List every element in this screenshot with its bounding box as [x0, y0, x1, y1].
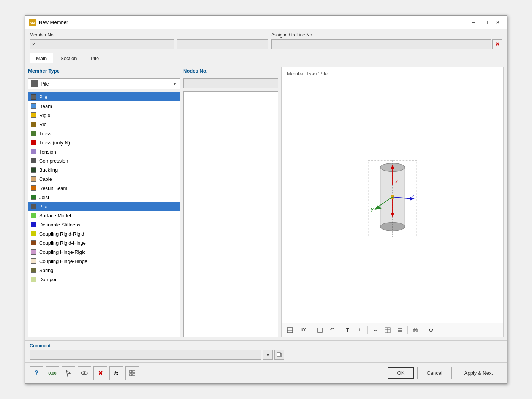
list-item[interactable]: Damper — [28, 275, 180, 284]
list-item[interactable]: Pile — [28, 92, 180, 101]
help-button[interactable]: ? — [30, 366, 43, 380]
color-swatch — [31, 176, 36, 182]
minimize-button[interactable]: ─ — [468, 18, 479, 27]
color-swatch — [31, 240, 36, 245]
color-swatch — [31, 158, 36, 163]
new-member-dialog: NM New Member ─ ☐ ✕ Member No. Assigned … — [25, 15, 507, 384]
zoom-button[interactable]: 100 — [297, 325, 310, 336]
color-swatch — [31, 268, 36, 273]
color-swatch — [31, 94, 36, 100]
nodes-input[interactable] — [183, 78, 278, 88]
ok-button[interactable]: OK — [388, 367, 415, 379]
title-bar-left: NM New Member — [29, 19, 68, 26]
pile-preview-svg: x y z — [355, 157, 431, 241]
list-item[interactable]: Truss — [28, 129, 180, 138]
comment-copy-button[interactable] — [274, 350, 284, 360]
color-swatch — [31, 204, 36, 209]
list-item[interactable]: Spring — [28, 266, 180, 275]
tab-section[interactable]: Section — [54, 53, 83, 63]
list-item[interactable]: Surface Model — [28, 211, 180, 220]
list-item-pile-selected[interactable]: Pile — [28, 202, 180, 211]
color-swatch — [31, 213, 36, 218]
rotate-left-button[interactable] — [327, 325, 337, 336]
assigned-label: Assigned to Line No. — [271, 32, 502, 38]
list-item[interactable]: Definable Stiffness — [28, 220, 180, 229]
list-item[interactable]: Cable — [28, 174, 180, 184]
separator — [340, 326, 340, 334]
tab-main[interactable]: Main — [30, 53, 53, 63]
dialog-title: New Member — [39, 19, 68, 25]
list-item[interactable]: Compression — [28, 156, 180, 165]
list-item[interactable]: Result Beam — [28, 184, 180, 193]
svg-rect-39 — [133, 370, 135, 373]
member-type-dropdown[interactable]: Pile ▼ — [28, 78, 180, 89]
svg-rect-34 — [277, 353, 280, 356]
color-swatch — [31, 231, 36, 236]
assigned-input[interactable] — [271, 39, 491, 49]
delete-button[interactable]: ✖ — [93, 366, 107, 380]
main-content: Member Type Pile ▼ Pile Beam — [25, 63, 507, 340]
svg-point-37 — [84, 372, 86, 374]
svg-rect-21 — [318, 328, 322, 332]
maximize-button[interactable]: ☐ — [480, 18, 491, 27]
list-item[interactable]: Rib — [28, 120, 180, 129]
middle-field-group — [177, 32, 268, 49]
number-format-button[interactable]: 0.00 — [46, 366, 59, 380]
axis-button[interactable]: ⊥ — [355, 325, 365, 336]
dimension-button[interactable]: ↔ — [370, 325, 381, 336]
color-swatch — [31, 222, 36, 227]
comment-area: Comment ▼ — [25, 340, 507, 362]
apply-next-button[interactable]: Apply & Next — [455, 367, 502, 379]
table-button[interactable] — [382, 325, 393, 336]
list-button[interactable] — [394, 325, 405, 336]
print-button[interactable] — [410, 325, 421, 336]
close-button[interactable]: ✕ — [492, 18, 503, 27]
list-item[interactable]: Truss (only N) — [28, 138, 180, 147]
svg-text:y: y — [370, 207, 374, 212]
window-controls: ─ ☐ ✕ — [468, 18, 503, 27]
svg-rect-31 — [414, 328, 416, 329]
svg-text:z: z — [412, 193, 415, 198]
svg-marker-35 — [66, 370, 70, 376]
list-item[interactable]: Coupling Rigid-Rigid — [28, 229, 180, 238]
assigned-group: Assigned to Line No. ✕ — [271, 32, 502, 49]
list-item[interactable]: Rigid — [28, 111, 180, 120]
svg-rect-32 — [414, 331, 416, 332]
grid-button[interactable] — [125, 366, 139, 380]
member-type-header: Member Type — [28, 66, 180, 75]
cursor-tool-button[interactable] — [62, 366, 75, 380]
tab-pile[interactable]: Pile — [84, 53, 106, 63]
comment-input[interactable] — [30, 350, 261, 360]
list-item[interactable]: Joist — [28, 193, 180, 202]
title-bar: NM New Member ─ ☐ ✕ — [25, 16, 507, 29]
settings-button[interactable]: ⚙ — [426, 325, 436, 336]
frame-button[interactable] — [315, 325, 325, 336]
tabs-bar: Main Section Pile — [25, 52, 507, 63]
clear-assigned-button[interactable]: ✕ — [492, 39, 502, 49]
color-swatch — [31, 277, 36, 282]
list-item[interactable]: Beam — [28, 101, 180, 111]
member-no-input[interactable] — [30, 39, 174, 49]
footer-right: OK Cancel Apply & Next — [388, 367, 502, 379]
function-button[interactable]: fx — [109, 366, 123, 380]
view-button[interactable] — [78, 366, 91, 380]
cancel-button[interactable]: Cancel — [417, 367, 451, 379]
list-item[interactable]: Buckling — [28, 165, 180, 174]
comment-dropdown-button[interactable]: ▼ — [263, 350, 273, 360]
svg-rect-38 — [130, 370, 132, 373]
separator — [312, 326, 312, 334]
text-t-button[interactable]: T — [342, 325, 353, 336]
footer: ? 0.00 ✖ fx OK Cancel Apply & Next — [25, 362, 507, 383]
right-panel: Member Type 'Pile' — [281, 66, 504, 337]
color-swatch — [31, 112, 36, 118]
svg-rect-40 — [130, 374, 132, 376]
svg-text:NM: NM — [30, 21, 35, 25]
color-swatch — [31, 131, 36, 136]
select-view-button[interactable] — [285, 325, 295, 336]
list-item[interactable]: Coupling Hinge-Hinge — [28, 256, 180, 266]
middle-input[interactable] — [177, 39, 268, 49]
color-swatch — [31, 195, 36, 200]
list-item[interactable]: Coupling Hinge-Rigid — [28, 247, 180, 256]
list-item[interactable]: Coupling Rigid-Hinge — [28, 238, 180, 247]
list-item[interactable]: Tension — [28, 147, 180, 156]
